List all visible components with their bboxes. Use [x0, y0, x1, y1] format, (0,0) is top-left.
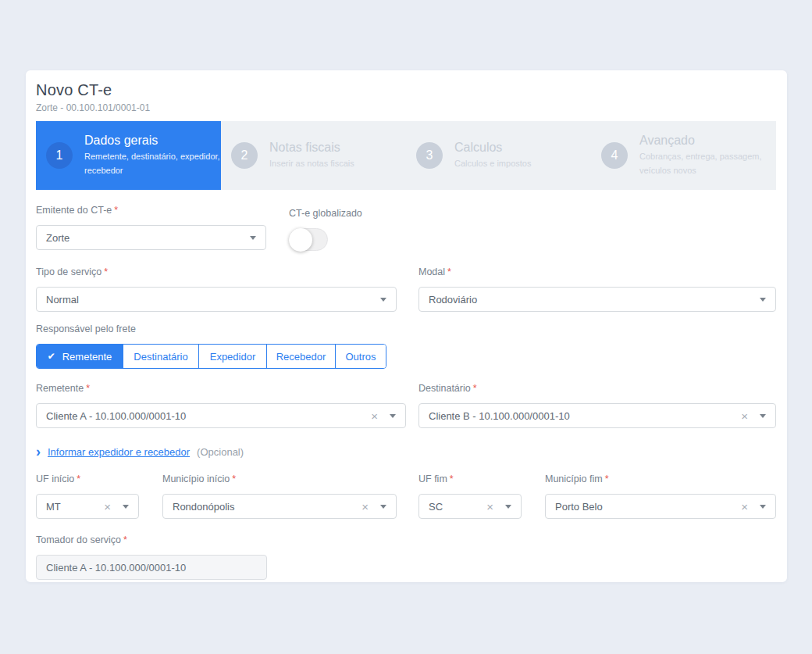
modal-label: Modal*: [418, 266, 776, 278]
check-icon: ✔: [48, 351, 55, 362]
responsavel-option-remetente[interactable]: ✔ Remetente: [37, 345, 123, 368]
required-marker: *: [77, 474, 80, 484]
remetente-select[interactable]: Cliente A - 10.100.000/0001-10 ×: [36, 403, 406, 428]
step-3-title: Calculos: [454, 141, 531, 155]
chevron-right-icon[interactable]: ›: [36, 447, 41, 457]
responsavel-frete-button-group: ✔ Remetente Destinatário Expedidor Receb…: [36, 344, 386, 369]
destinatario-label: Destinatário*: [418, 383, 776, 395]
step-dados-gerais[interactable]: 1 Dados gerais Remetente, destinatário, …: [36, 121, 221, 190]
responsavel-option-destinatario[interactable]: Destinatário: [123, 345, 198, 368]
required-marker: *: [104, 266, 108, 277]
required-marker: *: [232, 474, 236, 484]
emitente-label: Emitente do CT-e*: [36, 205, 266, 216]
clear-icon[interactable]: ×: [361, 501, 369, 513]
uf-fim-value: SC: [429, 501, 486, 513]
uf-fim-select[interactable]: SC ×: [418, 494, 522, 519]
step-1-number-badge: 1: [46, 142, 73, 169]
uf-inicio-value: MT: [46, 501, 104, 513]
emitente-value: Zorte: [46, 232, 250, 244]
informar-expedidor-link[interactable]: Informar expedidor e recebedor: [48, 446, 190, 458]
caret-down-icon[interactable]: [760, 414, 766, 418]
tipo-servico-value: Normal: [46, 294, 380, 306]
responsavel-option-label: Outros: [345, 351, 376, 363]
responsavel-option-recebedor[interactable]: Recebedor: [266, 345, 335, 368]
step-3-number-badge: 3: [416, 142, 443, 169]
step-1-subtitle: Remetente, destinatário, expedidor, rece…: [84, 150, 221, 177]
step-4-title: Avançado: [639, 134, 776, 148]
caret-down-icon[interactable]: [760, 505, 766, 509]
required-marker: *: [450, 474, 454, 484]
remetente-label: Remetente*: [36, 383, 406, 395]
caret-down-icon[interactable]: [380, 505, 386, 509]
clear-icon[interactable]: ×: [741, 410, 748, 422]
destinatario-value: Cliente B - 10.100.000/0001-10: [429, 410, 741, 422]
tipo-servico-label: Tipo de serviço*: [36, 266, 397, 278]
caret-down-icon[interactable]: [760, 298, 766, 302]
step-notas-fiscais[interactable]: 2 Notas fiscais Inserir as notas fiscais: [221, 121, 406, 190]
globalizado-toggle[interactable]: [289, 228, 328, 251]
tomador-input: Cliente A - 10.100.000/0001-10: [36, 555, 267, 580]
step-4-number-badge: 4: [601, 142, 628, 169]
clear-icon[interactable]: ×: [741, 501, 748, 513]
uf-fim-label: UF fim*: [418, 474, 522, 485]
tomador-label: Tomador do serviço*: [36, 534, 776, 546]
step-avancado[interactable]: 4 Avançado Cobranças, entrega, passagem,…: [591, 121, 776, 190]
caret-down-icon[interactable]: [123, 505, 129, 509]
modal-value: Rodoviário: [429, 294, 760, 306]
clear-icon[interactable]: ×: [104, 501, 111, 513]
tomador-value: Cliente A - 10.100.000/0001-10: [46, 562, 186, 574]
responsavel-frete-label: Responsável pelo frete: [36, 323, 776, 335]
uf-inicio-label: UF início*: [36, 474, 139, 485]
destinatario-select[interactable]: Cliente B - 10.100.000/0001-10 ×: [418, 403, 776, 428]
responsavel-option-label: Remetente: [62, 351, 112, 363]
new-cte-card: Novo CT-e Zorte - 00.100.101/0001-01 1 D…: [26, 70, 787, 582]
caret-down-icon[interactable]: [505, 505, 511, 509]
required-marker: *: [86, 383, 90, 394]
step-calculos[interactable]: 3 Calculos Calculos e impostos: [406, 121, 591, 190]
municipio-inicio-label: Município início*: [162, 474, 397, 485]
page-subtitle: Zorte - 00.100.101/0001-01: [36, 102, 776, 113]
required-marker: *: [123, 534, 127, 545]
step-3-subtitle: Calculos e impostos: [454, 157, 531, 170]
toggle-knob: [289, 228, 312, 252]
municipio-fim-select[interactable]: Porto Belo ×: [545, 494, 776, 519]
municipio-inicio-select[interactable]: Rondonópolis ×: [162, 494, 397, 519]
step-2-number-badge: 2: [231, 142, 258, 169]
required-marker: *: [605, 474, 609, 484]
clear-icon[interactable]: ×: [486, 501, 493, 513]
responsavel-option-expedidor[interactable]: Expedidor: [198, 345, 266, 368]
remetente-value: Cliente A - 10.100.000/0001-10: [46, 410, 371, 422]
responsavel-option-label: Expedidor: [210, 351, 256, 363]
step-4-subtitle: Cobranças, entrega, passagem, veículos n…: [639, 150, 776, 177]
globalizado-label: CT-e globalizado: [289, 208, 362, 220]
step-wizard: 1 Dados gerais Remetente, destinatário, …: [36, 121, 776, 190]
municipio-fim-label: Município fim*: [545, 474, 776, 485]
required-marker: *: [114, 205, 118, 216]
responsavel-option-label: Destinatário: [134, 351, 187, 363]
modal-select[interactable]: Rodoviário: [418, 287, 776, 312]
responsavel-option-label: Recebedor: [276, 351, 326, 363]
step-2-subtitle: Inserir as notas fiscais: [269, 157, 354, 170]
emitente-select[interactable]: Zorte: [36, 225, 266, 250]
optional-hint: (Opcional): [197, 446, 244, 458]
caret-down-icon[interactable]: [380, 298, 386, 302]
clear-icon[interactable]: ×: [371, 410, 378, 422]
uf-inicio-select[interactable]: MT ×: [36, 494, 139, 519]
tipo-servico-select[interactable]: Normal: [36, 287, 397, 312]
step-2-title: Notas fiscais: [269, 141, 354, 155]
required-marker: *: [473, 383, 477, 394]
caret-down-icon[interactable]: [390, 414, 396, 418]
caret-down-icon[interactable]: [250, 236, 256, 240]
page-title: Novo CT-e: [36, 81, 776, 99]
required-marker: *: [447, 266, 451, 277]
municipio-inicio-value: Rondonópolis: [173, 501, 361, 513]
step-1-title: Dados gerais: [84, 134, 221, 148]
page-background: { "page": { "title": "Novo CT-e", "subti…: [0, 0, 812, 654]
municipio-fim-value: Porto Belo: [555, 501, 741, 513]
responsavel-option-outros[interactable]: Outros: [335, 345, 386, 368]
